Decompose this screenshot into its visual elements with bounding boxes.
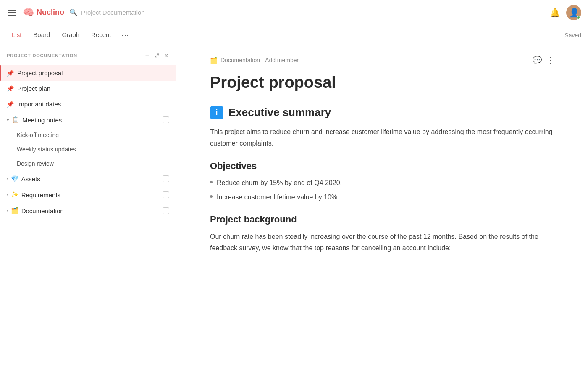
add-member-button[interactable]: Add member <box>265 57 299 64</box>
search-bar[interactable]: 🔍 Project Documentation <box>69 8 237 16</box>
content-actions: 💬 ⋮ <box>533 56 554 65</box>
content-area: 🗂️ Documentation Add member 💬 ⋮ Project … <box>176 45 588 368</box>
sidebar-header: PROJECT DOCUMENTATION + ⤢ « <box>0 45 176 65</box>
expand-sidebar-button[interactable]: ⤢ <box>153 50 160 60</box>
executive-summary-body: This project aims to reduce churn and in… <box>210 126 554 149</box>
sidebar-item-label: Project plan <box>17 85 169 92</box>
bullet-dot <box>210 195 213 198</box>
group-icon: 📋 <box>12 116 20 124</box>
sidebar-group-documentation: › 🗂️ Documentation <box>0 203 176 219</box>
objectives-heading: Objectives <box>210 161 554 172</box>
main-layout: PROJECT DOCUMENTATION + ⤢ « 📌 Project pr… <box>0 45 588 368</box>
breadcrumb-label: Documentation <box>220 57 260 64</box>
topbar: 🧠 Nuclino 🔍 Project Documentation 🔔 <box>0 0 588 25</box>
chevron-right-icon: › <box>7 192 8 197</box>
bullet-dot <box>210 181 213 183</box>
group-icon: 💎 <box>11 175 19 183</box>
group-label: Documentation <box>21 207 160 214</box>
group-checkbox[interactable] <box>163 191 169 198</box>
chevron-down-icon: ▾ <box>7 117 9 123</box>
nav-tabs: List Board Graph Recent ⋯ Saved <box>0 25 588 45</box>
sidebar-group-header-meeting-notes[interactable]: ▾ 📋 Meeting notes <box>0 112 176 128</box>
sidebar-title: PROJECT DOCUMENTATION <box>7 53 141 58</box>
list-item: Reduce churn by 15% by end of Q4 2020. <box>210 177 554 188</box>
breadcrumb-documentation[interactable]: 🗂️ Documentation <box>210 57 260 64</box>
group-checkbox[interactable] <box>163 207 169 214</box>
sidebar-group-header-assets[interactable]: › 💎 Assets <box>0 171 176 187</box>
add-item-button[interactable]: + <box>144 50 150 60</box>
document-title: Project proposal <box>210 73 554 93</box>
logo-text: Nuclino <box>37 8 64 17</box>
sidebar-item-important-dates[interactable]: 📌 Important dates <box>0 96 176 112</box>
notification-bell-icon[interactable]: 🔔 <box>550 8 560 18</box>
group-label: Assets <box>21 175 160 183</box>
sidebar-child-weekly[interactable]: Weekly status updates <box>13 142 176 156</box>
sidebar-item-label: Important dates <box>17 101 169 108</box>
sidebar-group-meeting-notes: ▾ 📋 Meeting notes Kick-off meeting Weekl… <box>0 112 176 171</box>
sidebar-header-icons: + ⤢ « <box>144 50 169 60</box>
comment-button[interactable]: 💬 <box>533 56 542 65</box>
list-item-text: Reduce churn by 15% by end of Q4 2020. <box>217 177 342 188</box>
group-checkbox[interactable] <box>163 116 169 123</box>
tab-graph[interactable]: Graph <box>57 25 84 45</box>
search-placeholder: Project Documentation <box>81 9 145 16</box>
tab-board[interactable]: Board <box>28 25 55 45</box>
tab-list[interactable]: List <box>7 25 26 45</box>
sidebar-group-header-requirements[interactable]: › ✨ Requirements <box>0 187 176 203</box>
group-icon: 🗂️ <box>11 207 19 214</box>
collapse-sidebar-button[interactable]: « <box>164 50 169 60</box>
section-heading-text: Executive summary <box>228 106 331 119</box>
topbar-right: 🔔 <box>550 5 581 20</box>
info-badge: i <box>210 106 223 119</box>
sidebar-children-meeting-notes: Kick-off meeting Weekly status updates D… <box>0 128 176 171</box>
chevron-right-icon: › <box>7 208 8 213</box>
list-item: Increase customer lifetime value by 10%. <box>210 192 554 203</box>
pin-icon: 📌 <box>7 101 14 108</box>
brain-icon: 🧠 <box>23 7 34 18</box>
section-executive-summary: i Executive summary <box>210 106 554 119</box>
online-indicator <box>577 16 580 19</box>
sidebar-item-label: Project proposal <box>17 69 169 77</box>
group-label: Meeting notes <box>22 116 160 124</box>
child-label: Kick-off meeting <box>17 132 59 138</box>
project-background-heading: Project background <box>210 214 554 225</box>
list-item-text: Increase customer lifetime value by 10%. <box>217 192 339 203</box>
search-icon: 🔍 <box>69 8 78 16</box>
sidebar-group-requirements: › ✨ Requirements <box>0 187 176 203</box>
sidebar-item-project-plan[interactable]: 📌 Project plan <box>0 81 176 96</box>
sidebar-group-header-documentation[interactable]: › 🗂️ Documentation <box>0 203 176 219</box>
pin-icon: 📌 <box>7 85 14 92</box>
sidebar: PROJECT DOCUMENTATION + ⤢ « 📌 Project pr… <box>0 45 176 368</box>
child-label: Weekly status updates <box>17 146 76 153</box>
objectives-list: Reduce churn by 15% by end of Q4 2020. I… <box>210 177 554 202</box>
chevron-right-icon: › <box>7 176 8 181</box>
group-label: Requirements <box>21 191 160 199</box>
menu-button[interactable] <box>7 8 18 17</box>
group-icon: ✨ <box>11 191 19 199</box>
sidebar-child-design-review[interactable]: Design review <box>13 156 176 171</box>
group-checkbox[interactable] <box>163 175 169 182</box>
avatar[interactable] <box>566 5 581 20</box>
tab-recent[interactable]: Recent <box>86 25 116 45</box>
project-background-body: Our churn rate has been steadily increas… <box>210 231 554 254</box>
more-options-button[interactable]: ⋯ <box>118 31 132 40</box>
sidebar-group-assets: › 💎 Assets <box>0 171 176 187</box>
pin-icon: 📌 <box>7 70 14 77</box>
logo[interactable]: 🧠 Nuclino <box>23 7 64 18</box>
breadcrumb-icon: 🗂️ <box>210 57 217 64</box>
sidebar-item-project-proposal[interactable]: 📌 Project proposal <box>0 65 176 81</box>
more-options-button[interactable]: ⋮ <box>547 56 554 65</box>
child-label: Design review <box>17 160 54 167</box>
breadcrumb: 🗂️ Documentation Add member 💬 ⋮ <box>210 56 554 65</box>
sidebar-child-kickoff[interactable]: Kick-off meeting <box>13 128 176 142</box>
saved-status: Saved <box>564 32 581 39</box>
